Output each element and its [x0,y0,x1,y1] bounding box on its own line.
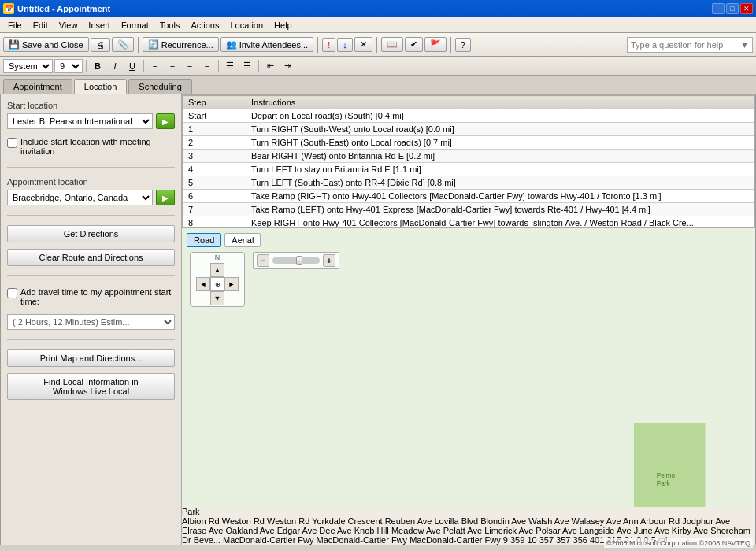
zoom-slider[interactable] [272,257,320,264]
menu-help[interactable]: Help [269,19,297,31]
format-sep2 [143,60,144,72]
print-map-button[interactable]: Print Map and Directions... [7,349,175,367]
close-button[interactable]: ✕ [740,3,753,14]
directions-table-scroll[interactable]: Step Instructions StartDepart on Local r… [182,94,755,228]
menu-view[interactable]: View [54,19,83,31]
appt-go-button[interactable]: ▶ [156,190,175,205]
menu-file[interactable]: File [3,19,27,31]
map-copyright: ©2008 Microsoft Corporation ©2008 NAVTEQ [604,538,753,545]
travel-time-select[interactable]: ( 2 Hours, 12 Minutes) Estim... [7,314,175,330]
left-panel: Start location Lester B. Pearson Interna… [1,94,182,545]
nav-left-button[interactable]: ◄ [196,277,210,291]
app-icon: 📅 [3,3,14,14]
toolbar-sep4 [450,37,451,53]
indent-decrease-button[interactable]: ⇤ [262,59,278,73]
map-nav-control: N ▲ ◄ ⊕ ► ▼ [190,252,245,307]
include-location-label: Include start location with meeting invi… [20,137,175,156]
maximize-button[interactable]: □ [726,3,739,14]
importance-low-button[interactable]: ↓ [337,38,353,52]
recurrence-button[interactable]: 🔄 Recurrence... [143,37,219,52]
nav-right-button[interactable]: ► [224,277,239,291]
invite-icon: 👥 [226,39,237,50]
find-local-button[interactable]: Find Local Information inWindows Live Lo… [7,373,175,400]
minimize-button[interactable]: ─ [712,3,724,14]
address-book-button[interactable]: 📖 [381,37,403,52]
title-bar-controls: ─ □ ✕ [712,3,753,14]
add-travel-checkbox[interactable] [7,288,17,298]
underline-button[interactable]: U [124,59,140,73]
numbering-button[interactable]: ☰ [239,59,255,73]
recurrence-icon: 🔄 [148,39,159,50]
delete-button[interactable]: ✕ [354,37,372,52]
save-close-button[interactable]: 💾 Save and Close [3,37,89,52]
zoom-in-button[interactable]: + [323,254,335,267]
flag-button[interactable]: 🚩 [424,37,447,52]
instruction-cell: Turn RIGHT (South-East) onto Local road(… [246,136,754,150]
col-instructions: Instructions [246,96,754,109]
include-location-checkbox[interactable] [7,138,17,148]
help-button[interactable]: ? [455,38,471,52]
zoom-thumb[interactable] [296,256,302,265]
nav-arrows: ▲ ◄ ⊕ ► ▼ [196,263,239,305]
nav-down-button[interactable]: ▼ [210,291,224,305]
start-location-select[interactable]: Lester B. Pearson International [7,113,153,129]
tab-location[interactable]: Location [74,79,128,94]
format-sep1 [86,60,87,72]
instruction-cell: Take Ramp (RIGHT) onto Hwy-401 Collector… [246,190,754,203]
instruction-cell: Depart on Local road(s) (South) [0.4 mi] [246,109,754,123]
italic-button[interactable]: I [107,59,123,73]
title-bar-left: 📅 Untitled - Appointment [3,3,110,14]
invite-label: Invite Attendees... [239,40,308,50]
bold-button[interactable]: B [90,59,106,73]
appt-location-label: Appointment location [7,177,175,187]
menu-tools[interactable]: Tools [155,19,185,31]
save-close-label: Save and Close [22,40,83,50]
nav-center-button[interactable]: ⊕ [210,277,224,291]
help-search-box[interactable]: Type a question for help ▼ [627,37,753,53]
menu-edit[interactable]: Edit [28,19,53,31]
start-go-button[interactable]: ▶ [156,113,175,129]
size-select[interactable]: 9 [54,59,83,73]
menu-insert[interactable]: Insert [83,19,115,31]
menu-actions[interactable]: Actions [186,19,224,31]
zoom-bar: − + [253,252,339,269]
invite-button[interactable]: 👥 Invite Attendees... [220,37,313,52]
help-dropdown-icon[interactable]: ▼ [740,40,749,50]
aerial-tab-button[interactable]: Aerial [224,233,261,247]
attachment-button[interactable]: 📎 [112,37,134,52]
map-area[interactable]: Road Aerial N ▲ ◄ ⊕ ► ▼ [182,228,755,507]
right-panel: Step Instructions StartDepart on Local r… [182,94,755,545]
align-center-button[interactable]: ≡ [165,59,180,73]
align-right-button[interactable]: ≡ [182,59,198,73]
align-left-button[interactable]: ≡ [147,59,163,73]
tab-appointment[interactable]: Appointment [3,79,72,94]
table-row: 8Keep RIGHT onto Hwy-401 Collectors [Mac… [183,216,754,229]
clear-route-button[interactable]: Clear Route and Directions [7,249,175,266]
instruction-cell: Turn RIGHT (South-West) onto Local road(… [246,123,754,136]
importance-high-button[interactable]: ! [322,38,335,52]
road-tab-button[interactable]: Road [187,233,221,247]
tab-scheduling[interactable]: Scheduling [128,79,191,94]
instruction-cell: Keep RIGHT onto Hwy-401 Collectors [MacD… [246,216,754,229]
tabs-bar: Appointment Location Scheduling [0,76,756,94]
bullets-button[interactable]: ☰ [222,59,238,73]
get-directions-button[interactable]: Get Directions [7,225,175,242]
exclamation-icon: ! [328,40,330,50]
svg-rect-1 [634,423,706,507]
menu-location[interactable]: Location [225,19,268,31]
instruction-cell: Turn LEFT (South-East) onto RR-4 [Dixie … [246,176,754,190]
table-row: 1Turn RIGHT (South-West) onto Local road… [183,123,754,136]
font-select[interactable]: System [3,59,53,73]
divider3 [7,276,175,276]
menu-format[interactable]: Format [117,19,154,31]
divider1 [7,167,175,168]
nav-up-button[interactable]: ▲ [210,263,224,277]
appt-location-select[interactable]: Bracebridge, Ontario, Canada [7,190,153,205]
check-names-button[interactable]: ✔ [405,37,423,52]
print-button[interactable]: 🖨 [91,38,110,52]
justify-button[interactable]: ≡ [199,59,215,73]
address-book-icon: 📖 [387,39,398,50]
indent-increase-button[interactable]: ⇥ [280,59,295,73]
zoom-out-button[interactable]: − [257,254,269,267]
table-row: 3Bear RIGHT (West) onto Britannia Rd E [… [183,150,754,163]
